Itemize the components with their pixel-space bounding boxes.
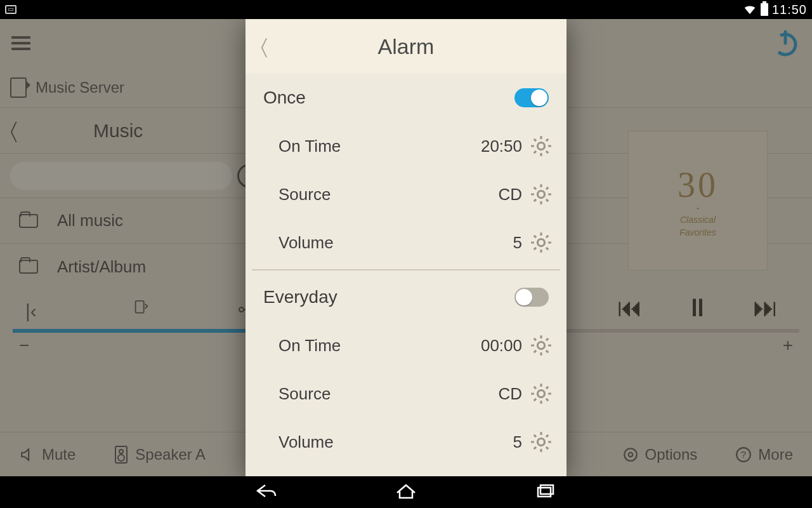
dialog-back-button[interactable]: 〈 xyxy=(261,35,268,58)
once-volume-row: Volume 5 xyxy=(246,218,566,267)
setting-value: 20:50 xyxy=(481,137,522,156)
everyday-source-row: Source CD xyxy=(246,370,566,418)
wifi-icon xyxy=(743,3,757,17)
status-clock: 11:50 xyxy=(772,3,807,17)
svg-point-13 xyxy=(537,342,544,349)
gear-icon[interactable] xyxy=(528,381,554,406)
setting-label: Source xyxy=(278,384,331,404)
setting-value: CD xyxy=(498,384,522,404)
section-divider xyxy=(252,269,560,271)
svg-point-12 xyxy=(537,239,544,246)
keyboard-icon xyxy=(5,5,16,14)
alarm-section-everyday: Everyday xyxy=(246,273,566,321)
dialog-title: Alarm xyxy=(378,34,435,59)
nav-recents-button[interactable] xyxy=(533,481,558,503)
gear-icon[interactable] xyxy=(528,182,554,207)
gear-icon[interactable] xyxy=(528,429,554,455)
once-toggle[interactable] xyxy=(514,88,549,107)
svg-point-11 xyxy=(537,190,544,197)
gear-icon[interactable] xyxy=(528,230,554,255)
setting-label: Source xyxy=(278,185,331,204)
section-label: Everyday xyxy=(263,287,337,307)
svg-point-14 xyxy=(537,390,544,397)
setting-value: 5 xyxy=(513,233,522,253)
setting-value: 5 xyxy=(513,432,522,452)
gear-icon[interactable] xyxy=(528,333,554,358)
android-nav-bar xyxy=(0,476,812,508)
dialog-header: 〈 Alarm xyxy=(246,19,566,74)
alarm-dialog: 〈 Alarm Once On Time 20:50 Source CD Vol… xyxy=(246,19,566,476)
setting-label: On Time xyxy=(278,336,341,356)
svg-point-10 xyxy=(537,142,544,149)
setting-value: CD xyxy=(498,185,522,204)
once-on-time-row: On Time 20:50 xyxy=(246,122,566,170)
gear-icon[interactable] xyxy=(528,133,554,159)
section-label: Once xyxy=(263,88,306,108)
setting-label: Volume xyxy=(278,233,334,253)
everyday-toggle[interactable] xyxy=(514,288,549,307)
once-source-row: Source CD xyxy=(246,170,566,218)
setting-label: Volume xyxy=(278,432,334,452)
setting-label: On Time xyxy=(278,137,341,156)
everyday-volume-row: Volume 5 xyxy=(246,418,566,466)
android-status-bar: 11:50 xyxy=(0,0,812,19)
battery-icon xyxy=(761,3,768,16)
nav-back-button[interactable] xyxy=(254,481,279,503)
setting-value: 00:00 xyxy=(481,336,522,356)
alarm-section-once: Once xyxy=(246,74,566,122)
svg-point-15 xyxy=(537,438,544,445)
everyday-on-time-row: On Time 00:00 xyxy=(246,321,566,370)
nav-home-button[interactable] xyxy=(393,481,419,503)
